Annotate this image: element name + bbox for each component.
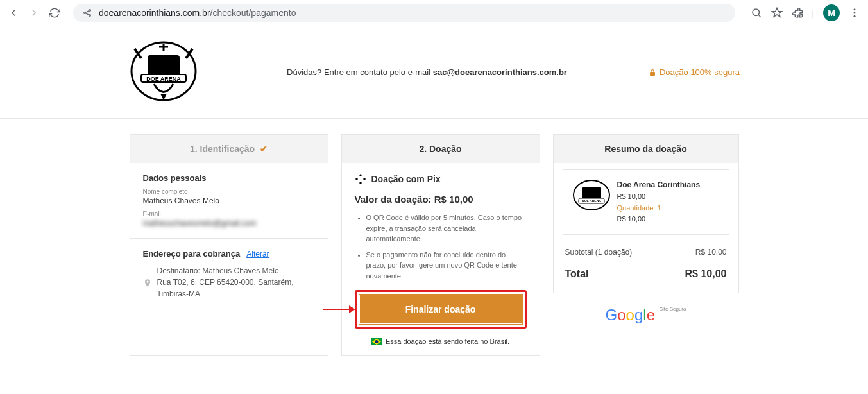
address-text: Destinatário: Matheus Chaves Melo Rua T0… <box>157 265 315 300</box>
brazil-note: Essa doação está sendo feita no Brasil. <box>355 338 527 345</box>
product-summary: DOE ARENA Doe Arena Corinthians R$ 10,00… <box>563 169 729 235</box>
contact-info: Dúvidas? Entre em contato pelo e-mail sa… <box>205 67 649 77</box>
secure-badge: Doação 100% segura <box>649 67 740 77</box>
finalize-highlight: Finalizar doação <box>355 290 527 329</box>
svg-rect-11 <box>359 174 361 176</box>
total-row: Total R$ 10,00 <box>563 262 729 286</box>
donation-header: 2. Doação <box>342 135 540 163</box>
product-name: Doe Arena Corinthians <box>617 179 701 191</box>
product-line-price: R$ 10,00 <box>617 214 701 225</box>
identification-header: 1. Identificação ✔ <box>130 135 328 163</box>
svg-text:DOE ARENA: DOE ARENA <box>582 199 601 203</box>
pix-label: Doação com Pix <box>371 174 441 184</box>
address-bar[interactable]: doearenacorinthians.com.br/checkout/paga… <box>73 4 735 22</box>
arrow-annotation-icon <box>323 303 355 316</box>
profile-avatar[interactable]: M <box>823 4 840 21</box>
email-label: E-mail <box>143 210 315 218</box>
svg-rect-21 <box>582 187 601 200</box>
pin-icon <box>143 266 152 300</box>
svg-text:DOE ARENA: DOE ARENA <box>146 76 181 82</box>
svg-point-5 <box>854 12 856 14</box>
summary-column: Resumo da doação DOE ARENA Doe Arena Cor… <box>553 134 739 356</box>
billing-title: Endereço para cobrança <box>143 249 241 259</box>
menu-icon[interactable] <box>849 7 860 19</box>
svg-rect-14 <box>359 182 361 184</box>
svg-point-6 <box>854 15 856 17</box>
pix-icon <box>355 173 366 185</box>
personal-data-title: Dados pessoais <box>143 173 315 183</box>
summary-header: Resumo da doação <box>554 135 738 163</box>
donation-card: 2. Doação Doação com Pix Valor da doação… <box>341 134 540 356</box>
donation-value: Valor da doação: R$ 10,00 <box>355 194 527 205</box>
identification-card: 1. Identificação ✔ Dados pessoais Nome c… <box>130 134 328 356</box>
svg-point-4 <box>854 8 856 10</box>
svg-point-0 <box>84 12 86 14</box>
product-qty: Quantidade: 1 <box>617 203 701 214</box>
svg-rect-13 <box>362 178 365 180</box>
email-value: matheuschavesmelo@gmail.com <box>143 219 315 228</box>
url-text: doearenacorinthians.com.br/checkout/paga… <box>99 8 296 18</box>
lock-icon <box>649 69 656 76</box>
extensions-icon[interactable] <box>792 7 803 19</box>
finalize-donation-button[interactable]: Finalizar doação <box>359 295 522 324</box>
page-header: DOE ARENA Dúvidas? Entre em contato pelo… <box>0 26 868 119</box>
brazil-flag-icon <box>371 338 382 345</box>
pix-instructions: O QR Code é válido por 5 minutos. Caso o… <box>355 212 527 281</box>
change-address-link[interactable]: Alterar <box>246 250 269 259</box>
svg-marker-16 <box>349 305 355 313</box>
reload-button[interactable] <box>49 7 60 19</box>
svg-point-1 <box>89 10 91 12</box>
svg-point-2 <box>89 15 91 17</box>
check-icon: ✔ <box>260 144 268 154</box>
name-label: Nome completo <box>143 188 315 195</box>
svg-rect-12 <box>355 178 357 180</box>
svg-point-19 <box>375 340 378 343</box>
bookmark-icon[interactable] <box>771 7 783 19</box>
logo: DOE ARENA <box>128 39 199 103</box>
back-button[interactable] <box>8 7 19 19</box>
google-safe-badge: Google Site Seguro <box>553 306 739 324</box>
subtotal-row: Subtotal (1 doação) R$ 10,00 <box>563 243 729 262</box>
product-image: DOE ARENA <box>572 179 611 211</box>
zoom-icon[interactable] <box>751 7 762 19</box>
name-value: Matheus Chaves Melo <box>143 196 315 205</box>
svg-point-3 <box>753 9 760 16</box>
browser-toolbar: doearenacorinthians.com.br/checkout/paga… <box>0 0 868 26</box>
site-settings-icon <box>82 8 92 18</box>
product-price: R$ 10,00 <box>617 191 701 203</box>
checkout-content: 1. Identificação ✔ Dados pessoais Nome c… <box>0 119 868 372</box>
forward-button[interactable] <box>28 7 40 19</box>
